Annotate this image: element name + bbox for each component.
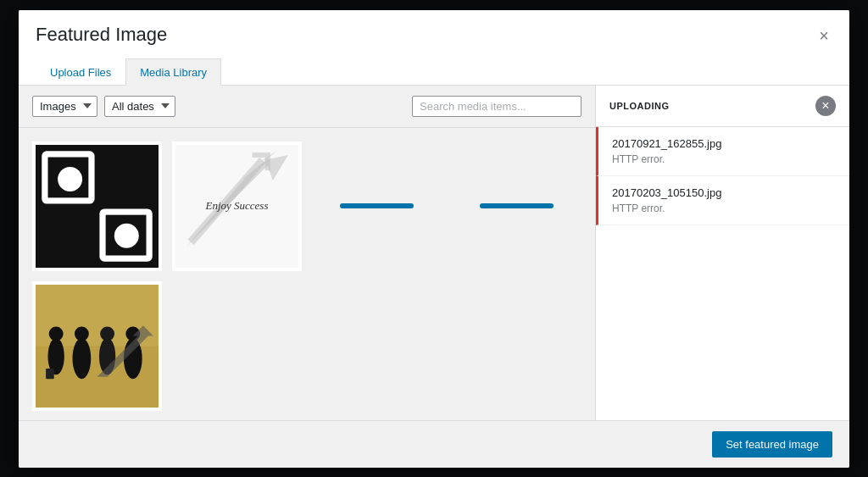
media-grid: Enjoy Success: [32, 141, 581, 411]
upload-panel-title: UPLOADING: [609, 101, 670, 111]
media-item[interactable]: [32, 281, 162, 411]
upload-items-list: 20170921_162855.jpg HTTP error. 20170203…: [596, 127, 849, 420]
media-grid-wrapper[interactable]: Enjoy Success: [19, 128, 595, 420]
upload-item-status: HTTP error.: [612, 202, 836, 214]
svg-point-3: [58, 167, 82, 191]
upload-panel-close-button[interactable]: ×: [815, 96, 836, 116]
svg-point-6: [114, 223, 139, 247]
set-featured-image-button[interactable]: Set featured image: [712, 431, 832, 458]
upload-item-filename: 20170203_105150.jpg: [612, 186, 836, 199]
modal-overlay: Featured Image × Upload Files Media Libr…: [0, 0, 868, 477]
upload-item-filename: 20170921_162855.jpg: [612, 137, 836, 150]
media-toolbar: Images All dates: [19, 86, 595, 128]
media-panel: Images All dates: [19, 86, 595, 420]
upload-panel: UPLOADING × 20170921_162855.jpg HTTP err…: [595, 86, 849, 420]
loading-bar: [480, 203, 554, 208]
svg-rect-19: [46, 369, 54, 379]
loading-bar: [340, 203, 414, 208]
modal-close-button[interactable]: ×: [815, 24, 832, 47]
tab-media-library[interactable]: Media Library: [125, 58, 221, 86]
modal-tabs: Upload Files Media Library: [36, 58, 832, 85]
filter-date-select[interactable]: All dates: [104, 96, 175, 117]
filter-type-select[interactable]: Images: [32, 96, 97, 117]
modal-body: Images All dates: [19, 86, 849, 420]
svg-point-12: [49, 326, 64, 341]
media-item[interactable]: Enjoy Success: [172, 141, 302, 271]
upload-panel-header: UPLOADING ×: [596, 86, 849, 127]
modal-footer: Set featured image: [19, 420, 849, 468]
search-input[interactable]: [412, 96, 581, 117]
upload-item: 20170203_105150.jpg HTTP error.: [596, 176, 849, 225]
upload-item-status: HTTP error.: [612, 153, 836, 165]
modal-header: Featured Image × Upload Files Media Libr…: [19, 10, 849, 86]
svg-point-14: [75, 326, 89, 341]
media-item[interactable]: [32, 141, 162, 271]
modal-title-row: Featured Image ×: [36, 24, 832, 47]
svg-point-16: [100, 326, 114, 341]
tab-upload-files[interactable]: Upload Files: [36, 58, 125, 86]
svg-point-13: [73, 337, 92, 378]
featured-image-modal: Featured Image × Upload Files Media Libr…: [19, 10, 849, 468]
media-item-loading[interactable]: [452, 141, 581, 271]
upload-item: 20170921_162855.jpg HTTP error.: [596, 127, 849, 176]
media-item-loading[interactable]: [312, 141, 442, 271]
modal-title: Featured Image: [36, 24, 167, 46]
